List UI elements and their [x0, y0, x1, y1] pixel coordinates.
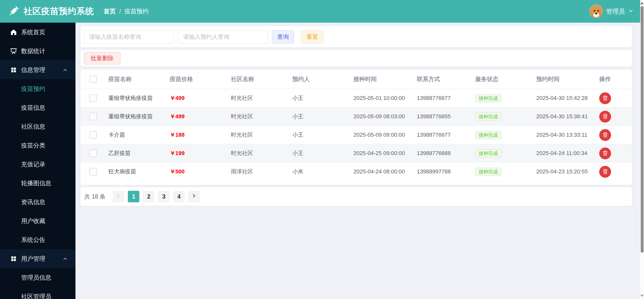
row-checkbox[interactable] [89, 113, 97, 120]
sidebar-item-label: 充值记录 [21, 160, 45, 168]
delete-button[interactable] [599, 92, 611, 104]
column-header-status: 服务状态 [475, 75, 536, 83]
cell-vaccine-price: ￥499 [170, 113, 231, 120]
sidebar: 系统首页 数据统计 信息管理 疫苗预约 疫苗信息 社区信息 疫苗分类 充值记录 … [0, 23, 75, 299]
cell-phone: 13988776677 [417, 95, 475, 101]
status-badge: 接种完成 [475, 168, 501, 176]
delete-button[interactable] [599, 147, 611, 159]
row-checkbox[interactable] [89, 150, 97, 157]
chevron-down-icon [628, 8, 634, 15]
sidebar-item-vaccine-category[interactable]: 疫苗分类 [0, 136, 75, 155]
page-button-1[interactable]: 1 [128, 191, 139, 202]
page-button-2[interactable]: 2 [143, 191, 154, 202]
delete-button[interactable] [599, 111, 611, 123]
sidebar-item-community-info[interactable]: 社区信息 [0, 117, 75, 136]
sidebar-item-vaccine-info[interactable]: 疫苗信息 [0, 98, 75, 117]
cell-phone: 13988997788 [417, 168, 475, 175]
column-header-actions: 操作 [599, 75, 632, 83]
cell-phone: 13988776677 [417, 132, 475, 138]
pagination: 共 18 条 1 2 3 4 [80, 187, 632, 206]
sidebar-item-recharge-records[interactable]: 充值记录 [0, 155, 75, 174]
pagination-total: 共 18 条 [84, 193, 105, 201]
breadcrumb-home[interactable]: 首页 [104, 7, 116, 15]
delete-button[interactable] [599, 129, 611, 141]
person-search-input[interactable] [178, 30, 268, 44]
cell-person: 小王 [292, 150, 353, 157]
trash-icon [602, 113, 609, 120]
cell-vaccine-price: ￥188 [170, 131, 231, 139]
table-header-row: 疫苗名称 疫苗价格 社区名称 预约人 接种时间 联系方式 服务状态 预约时间 操… [80, 69, 632, 89]
cell-vaccine-name: 重组带状疱疹疫苗 [108, 94, 170, 102]
sidebar-item-label: 疫苗分类 [21, 141, 45, 150]
sidebar-item-data-statistics[interactable]: 数据统计 [0, 42, 75, 60]
sidebar-item-system-home[interactable]: 系统首页 [0, 23, 75, 42]
sidebar-item-system-notice[interactable]: 系统公告 [0, 230, 75, 249]
page-button-3[interactable]: 3 [158, 191, 170, 202]
cell-vaccine-name: 重组带状疱疹疫苗 [108, 113, 170, 120]
sidebar-item-vaccine-reservation[interactable]: 疫苗预约 [0, 79, 75, 98]
row-checkbox[interactable] [89, 94, 97, 102]
cell-reserve-time: 2025-04-30 15:42:28 [536, 95, 599, 101]
sidebar-item-community-admin[interactable]: 社区管理员 [0, 287, 75, 299]
cell-community-name: 雨泽社区 [231, 168, 292, 175]
table-row: 卡介苗 ￥188 时光社区 小王 2025-05-09 09:00:00 139… [80, 126, 632, 144]
sidebar-group-info-management[interactable]: 信息管理 [0, 60, 75, 79]
cell-inoculate-time: 2025-04-25 09:00:00 [353, 150, 417, 157]
sidebar-item-label: 系统首页 [21, 28, 45, 36]
sidebar-item-label: 社区管理员 [21, 292, 51, 299]
sidebar-item-carousel-info[interactable]: 轮播图信息 [0, 174, 75, 193]
batch-delete-button[interactable]: 批量删除 [84, 52, 120, 64]
syringe-icon [7, 5, 20, 18]
sidebar-item-label: 疫苗预约 [21, 85, 45, 93]
scroll-down-arrow[interactable] [640, 295, 643, 297]
reset-button[interactable]: 重置 [301, 30, 323, 44]
breadcrumb: 首页 / 疫苗预约 [104, 7, 149, 15]
sidebar-item-news-info[interactable]: 资讯信息 [0, 193, 75, 211]
cell-inoculate-time: 2025-05-09 08:03:00 [353, 113, 417, 120]
cell-phone: 13988776655 [417, 113, 475, 120]
cell-inoculate-time: 2025-05-01 10:00:00 [353, 95, 417, 101]
cell-community-name: 时光社区 [231, 150, 292, 157]
grid-icon [10, 255, 18, 262]
cell-person: 小王 [292, 94, 353, 102]
home-icon [10, 28, 18, 36]
cell-person: 小王 [292, 113, 353, 120]
app-title: 社区疫苗预约系统 [24, 6, 94, 17]
scrollbar-thumb[interactable] [641, 6, 643, 253]
query-button[interactable]: 查询 [272, 30, 294, 44]
cell-reserve-time: 2025-04-30 15:38:41 [536, 113, 599, 120]
select-all-checkbox[interactable] [89, 76, 97, 83]
cell-vaccine-price: ￥199 [170, 150, 231, 157]
cell-vaccine-price: ￥499 [170, 94, 231, 102]
sidebar-item-admin-info[interactable]: 管理员信息 [0, 268, 75, 287]
scroll-up-arrow[interactable] [640, 2, 643, 4]
main-content: 查询 重置 批量删除 疫苗名称 疫苗价格 社区名称 预约人 接种时间 联系方式 … [75, 23, 640, 299]
page-button-4[interactable]: 4 [173, 191, 185, 202]
row-checkbox[interactable] [89, 168, 97, 175]
prev-page-button[interactable] [113, 191, 124, 202]
chevron-left-icon [116, 193, 121, 200]
chevron-up-icon [62, 67, 68, 73]
column-header-phone: 联系方式 [417, 75, 475, 83]
delete-button[interactable] [599, 166, 611, 178]
cell-reserve-time: 2025-04-30 13:33:11 [536, 132, 599, 138]
app-header: 社区疫苗预约系统 首页 / 疫苗预约 管理员 [0, 0, 644, 23]
vaccine-search-input[interactable] [84, 30, 174, 44]
sidebar-item-user-favorites[interactable]: 用户收藏 [0, 211, 75, 230]
column-header-inoculate-time: 接种时间 [353, 75, 417, 83]
sidebar-group-user-management[interactable]: 用户管理 [0, 249, 75, 268]
trash-icon [602, 150, 609, 157]
trash-icon [602, 95, 609, 102]
column-header-vaccine-name: 疫苗名称 [108, 75, 170, 83]
sidebar-item-label: 数据统计 [21, 47, 45, 55]
chevron-up-icon [62, 256, 68, 261]
cell-person: 小米 [292, 168, 353, 175]
table-row: 乙肝疫苗 ￥199 时光社区 小王 2025-04-25 09:00:00 13… [80, 144, 632, 163]
table-row: 重组带状疱疹疫苗 ￥499 时光社区 小王 2025-05-09 08:03:0… [80, 107, 632, 126]
scrollbar[interactable] [640, 0, 644, 299]
cell-inoculate-time: 2025-05-09 09:00:00 [353, 132, 417, 138]
next-page-button[interactable] [188, 191, 200, 202]
avatar[interactable] [589, 5, 603, 18]
user-menu[interactable]: 管理员 [589, 5, 634, 18]
row-checkbox[interactable] [89, 131, 97, 139]
